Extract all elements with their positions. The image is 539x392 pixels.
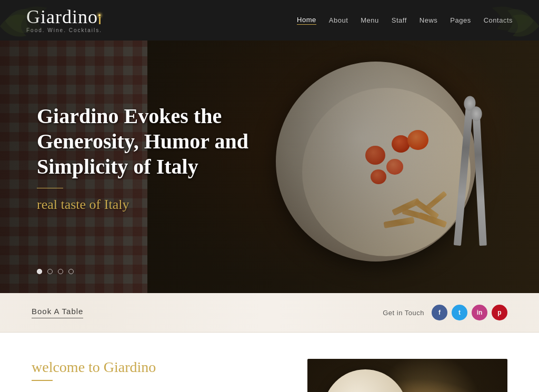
hero-section: Giardino Evokes the Generosity, Humor an…	[0, 41, 539, 293]
social-icons-group: f t in p	[432, 305, 507, 320]
logo-tagline: Food. Wine. Cocktails.	[26, 27, 102, 33]
nav-news[interactable]: News	[420, 16, 438, 24]
welcome-text-area: welcome to Giardino We are a modern Ital…	[32, 359, 281, 392]
main-nav: Home About Menu Staff News Pages Contact…	[297, 16, 513, 25]
welcome-divider	[32, 380, 53, 381]
social-instagram[interactable]: in	[472, 305, 487, 320]
site-header: Giardino Food. Wine. Cocktails. Home Abo…	[0, 0, 539, 41]
nav-pages[interactable]: Pages	[450, 16, 471, 24]
welcome-image-area	[307, 359, 507, 392]
welcome-main-title: We are a modern Italian	[32, 389, 281, 392]
get-in-touch-label: Get in Touch	[383, 309, 424, 317]
social-twitter[interactable]: t	[452, 305, 467, 320]
slide-dot-4[interactable]	[68, 269, 74, 274]
logo-candle-icon	[99, 17, 101, 24]
nav-home[interactable]: Home	[297, 16, 316, 25]
hero-slide-dots	[37, 269, 74, 274]
action-bar: Book A Table Get in Touch f t in p	[0, 293, 539, 333]
get-in-touch-container: Get in Touch f t in p	[383, 305, 507, 320]
nav-staff[interactable]: Staff	[392, 16, 407, 24]
social-facebook[interactable]: f	[432, 305, 447, 320]
social-pinterest[interactable]: p	[492, 305, 507, 320]
slide-dot-2[interactable]	[47, 269, 53, 274]
welcome-food-image	[307, 359, 507, 392]
book-table-label[interactable]: Book A Table	[32, 307, 83, 316]
nav-about[interactable]: About	[329, 16, 348, 24]
logo-container[interactable]: Giardino Food. Wine. Cocktails.	[26, 7, 102, 33]
nav-menu[interactable]: Menu	[361, 16, 379, 24]
nav-contacts[interactable]: Contacts	[484, 16, 513, 24]
slide-dot-1[interactable]	[37, 269, 42, 274]
welcome-script-title: welcome to Giardino	[32, 359, 281, 376]
logo-text: Giardino	[26, 7, 98, 26]
welcome-section: welcome to Giardino We are a modern Ital…	[0, 333, 539, 392]
book-table-underline	[32, 318, 83, 318]
slide-dot-3[interactable]	[58, 269, 63, 274]
hero-title: Giardino Evokes the Generosity, Humor an…	[37, 104, 290, 179]
hero-divider	[37, 188, 63, 188]
hero-content: Giardino Evokes the Generosity, Humor an…	[37, 104, 290, 213]
welcome-plate	[323, 369, 407, 392]
hero-subtitle: real taste of Italy	[37, 197, 290, 213]
book-table-container[interactable]: Book A Table	[32, 307, 83, 318]
